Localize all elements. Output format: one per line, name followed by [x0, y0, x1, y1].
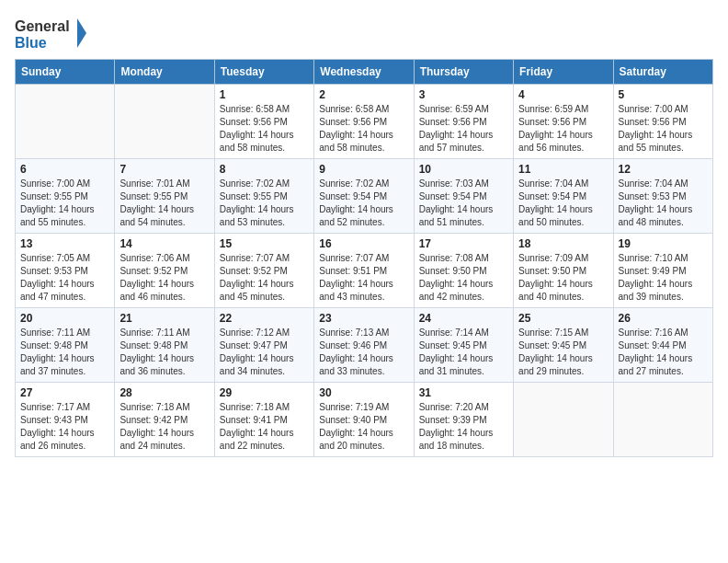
calendar-cell: 4Sunrise: 6:59 AMSunset: 9:56 PMDaylight… — [514, 85, 613, 159]
day-info: Sunrise: 7:01 AMSunset: 9:55 PMDaylight:… — [119, 178, 209, 229]
day-info: Sunrise: 7:11 AMSunset: 9:48 PMDaylight:… — [119, 327, 209, 378]
calendar-cell: 26Sunrise: 7:16 AMSunset: 9:44 PMDayligh… — [613, 308, 712, 383]
day-number: 29 — [220, 386, 309, 399]
day-number: 22 — [220, 312, 309, 325]
calendar-header: SundayMondayTuesdayWednesdayThursdayFrid… — [16, 60, 713, 85]
calendar-cell: 11Sunrise: 7:04 AMSunset: 9:54 PMDayligh… — [514, 159, 613, 234]
day-info: Sunrise: 7:13 AMSunset: 9:46 PMDaylight:… — [319, 327, 408, 378]
day-info: Sunrise: 7:17 AMSunset: 9:43 PMDaylight:… — [20, 401, 109, 453]
calendar-cell: 8Sunrise: 7:02 AMSunset: 9:55 PMDaylight… — [214, 159, 313, 234]
calendar-cell: 31Sunrise: 7:20 AMSunset: 9:39 PMDayligh… — [414, 383, 513, 457]
day-info: Sunrise: 6:59 AMSunset: 9:56 PMDaylight:… — [419, 103, 508, 155]
calendar-cell: 24Sunrise: 7:14 AMSunset: 9:45 PMDayligh… — [414, 308, 513, 383]
day-info: Sunrise: 6:58 AMSunset: 9:56 PMDaylight:… — [319, 103, 408, 155]
calendar-cell: 9Sunrise: 7:02 AMSunset: 9:54 PMDaylight… — [314, 159, 414, 234]
calendar-cell: 15Sunrise: 7:07 AMSunset: 9:52 PMDayligh… — [214, 234, 313, 308]
day-info: Sunrise: 7:12 AMSunset: 9:47 PMDaylight:… — [220, 327, 309, 378]
calendar-cell: 30Sunrise: 7:19 AMSunset: 9:40 PMDayligh… — [314, 383, 414, 457]
day-info: Sunrise: 7:16 AMSunset: 9:44 PMDaylight:… — [619, 327, 708, 378]
calendar-week-row: 13Sunrise: 7:05 AMSunset: 9:53 PMDayligh… — [16, 234, 713, 308]
calendar-cell: 23Sunrise: 7:13 AMSunset: 9:46 PMDayligh… — [314, 308, 414, 383]
calendar-cell: 6Sunrise: 7:00 AMSunset: 9:55 PMDaylight… — [16, 159, 115, 234]
day-info: Sunrise: 6:59 AMSunset: 9:56 PMDaylight:… — [518, 103, 608, 155]
calendar-cell: 20Sunrise: 7:11 AMSunset: 9:48 PMDayligh… — [16, 308, 115, 383]
day-number: 3 — [419, 88, 508, 101]
day-number: 30 — [319, 386, 408, 399]
calendar-cell: 1Sunrise: 6:58 AMSunset: 9:56 PMDaylight… — [214, 85, 313, 159]
day-info: Sunrise: 7:14 AMSunset: 9:45 PMDaylight:… — [419, 327, 508, 378]
calendar-cell: 14Sunrise: 7:06 AMSunset: 9:52 PMDayligh… — [115, 234, 214, 308]
header: GeneralBlue — [15, 15, 713, 52]
day-number: 23 — [319, 312, 408, 325]
day-number: 27 — [20, 386, 109, 399]
day-info: Sunrise: 7:09 AMSunset: 9:50 PMDaylight:… — [518, 252, 608, 304]
day-info: Sunrise: 7:06 AMSunset: 9:52 PMDaylight:… — [119, 252, 209, 304]
day-info: Sunrise: 7:08 AMSunset: 9:50 PMDaylight:… — [419, 252, 508, 304]
day-info: Sunrise: 7:20 AMSunset: 9:39 PMDaylight:… — [419, 401, 508, 453]
weekday-header-cell: Sunday — [16, 60, 115, 85]
calendar-cell: 7Sunrise: 7:01 AMSunset: 9:55 PMDaylight… — [115, 159, 214, 234]
day-number: 10 — [419, 163, 508, 176]
day-info: Sunrise: 7:02 AMSunset: 9:55 PMDaylight:… — [220, 178, 309, 229]
day-number: 12 — [619, 163, 708, 176]
day-number: 26 — [619, 312, 708, 325]
svg-text:General: General — [15, 18, 70, 34]
calendar-week-row: 6Sunrise: 7:00 AMSunset: 9:55 PMDaylight… — [16, 159, 713, 234]
logo: GeneralBlue — [15, 15, 88, 52]
calendar-cell: 27Sunrise: 7:17 AMSunset: 9:43 PMDayligh… — [16, 383, 115, 457]
day-number: 18 — [518, 237, 608, 250]
calendar-cell — [514, 383, 613, 457]
day-number: 19 — [619, 237, 708, 250]
day-number: 14 — [119, 237, 209, 250]
day-info: Sunrise: 7:15 AMSunset: 9:45 PMDaylight:… — [518, 327, 608, 378]
calendar-cell — [613, 383, 712, 457]
weekday-header-cell: Saturday — [613, 60, 712, 85]
calendar-cell: 29Sunrise: 7:18 AMSunset: 9:41 PMDayligh… — [214, 383, 313, 457]
calendar-cell: 25Sunrise: 7:15 AMSunset: 9:45 PMDayligh… — [514, 308, 613, 383]
day-number: 5 — [619, 88, 708, 101]
day-info: Sunrise: 7:02 AMSunset: 9:54 PMDaylight:… — [319, 178, 408, 229]
day-number: 11 — [518, 163, 608, 176]
calendar-cell: 10Sunrise: 7:03 AMSunset: 9:54 PMDayligh… — [414, 159, 513, 234]
svg-marker-2 — [77, 18, 86, 48]
calendar-cell: 12Sunrise: 7:04 AMSunset: 9:53 PMDayligh… — [613, 159, 712, 234]
weekday-header-cell: Tuesday — [214, 60, 313, 85]
weekday-header-cell: Wednesday — [314, 60, 414, 85]
day-info: Sunrise: 7:07 AMSunset: 9:52 PMDaylight:… — [220, 252, 309, 304]
day-number: 17 — [419, 237, 508, 250]
day-number: 20 — [20, 312, 109, 325]
calendar-cell: 5Sunrise: 7:00 AMSunset: 9:56 PMDaylight… — [613, 85, 712, 159]
weekday-header-cell: Monday — [115, 60, 214, 85]
calendar-cell: 22Sunrise: 7:12 AMSunset: 9:47 PMDayligh… — [214, 308, 313, 383]
calendar-cell — [16, 85, 115, 159]
calendar-cell: 16Sunrise: 7:07 AMSunset: 9:51 PMDayligh… — [314, 234, 414, 308]
weekday-header-cell: Friday — [514, 60, 613, 85]
day-number: 15 — [220, 237, 309, 250]
day-number: 13 — [20, 237, 109, 250]
day-number: 8 — [220, 163, 309, 176]
day-info: Sunrise: 7:07 AMSunset: 9:51 PMDaylight:… — [319, 252, 408, 304]
calendar-body: 1Sunrise: 6:58 AMSunset: 9:56 PMDaylight… — [16, 85, 713, 457]
day-info: Sunrise: 7:04 AMSunset: 9:53 PMDaylight:… — [619, 178, 708, 229]
calendar-cell: 3Sunrise: 6:59 AMSunset: 9:56 PMDaylight… — [414, 85, 513, 159]
calendar-week-row: 1Sunrise: 6:58 AMSunset: 9:56 PMDaylight… — [16, 85, 713, 159]
day-number: 25 — [518, 312, 608, 325]
day-number: 28 — [119, 386, 209, 399]
day-info: Sunrise: 7:18 AMSunset: 9:41 PMDaylight:… — [220, 401, 309, 453]
day-info: Sunrise: 7:05 AMSunset: 9:53 PMDaylight:… — [20, 252, 109, 304]
svg-text:Blue: Blue — [15, 35, 47, 51]
day-info: Sunrise: 7:00 AMSunset: 9:55 PMDaylight:… — [20, 178, 109, 229]
calendar-cell: 28Sunrise: 7:18 AMSunset: 9:42 PMDayligh… — [115, 383, 214, 457]
day-number: 4 — [518, 88, 608, 101]
day-info: Sunrise: 7:00 AMSunset: 9:56 PMDaylight:… — [619, 103, 708, 155]
day-number: 31 — [419, 386, 508, 399]
day-number: 1 — [220, 88, 309, 101]
calendar-cell: 19Sunrise: 7:10 AMSunset: 9:49 PMDayligh… — [613, 234, 712, 308]
day-number: 7 — [119, 163, 209, 176]
calendar-week-row: 20Sunrise: 7:11 AMSunset: 9:48 PMDayligh… — [16, 308, 713, 383]
day-info: Sunrise: 7:19 AMSunset: 9:40 PMDaylight:… — [319, 401, 408, 453]
day-number: 6 — [20, 163, 109, 176]
calendar-cell: 17Sunrise: 7:08 AMSunset: 9:50 PMDayligh… — [414, 234, 513, 308]
day-number: 2 — [319, 88, 408, 101]
day-info: Sunrise: 7:18 AMSunset: 9:42 PMDaylight:… — [119, 401, 209, 453]
